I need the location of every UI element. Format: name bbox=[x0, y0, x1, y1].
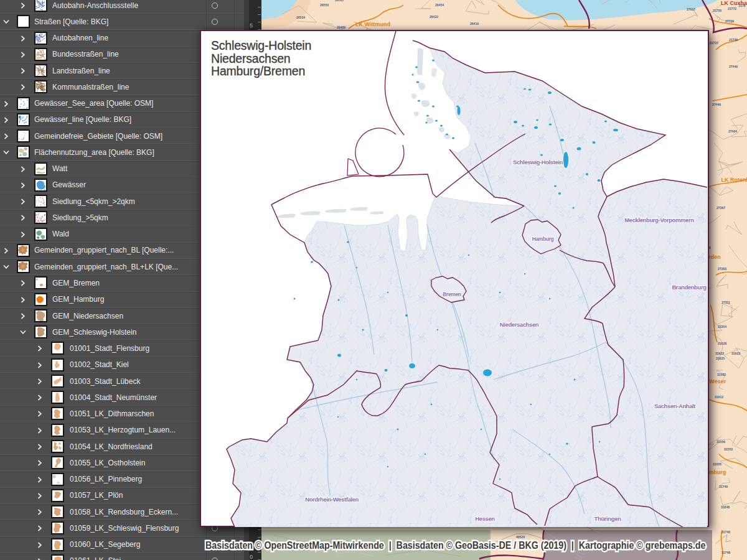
svg-text:31623: 31623 bbox=[731, 352, 740, 355]
svg-text:Nordrhein-Westfalen: Nordrhein-Westfalen bbox=[305, 496, 359, 503]
svg-text:Sachsen-Anhalt: Sachsen-Anhalt bbox=[654, 403, 696, 409]
svg-text:27311: 27311 bbox=[721, 301, 730, 304]
svg-text:26553: 26553 bbox=[320, 3, 329, 7]
svg-text:31748: 31748 bbox=[721, 551, 730, 554]
svg-text:Bremen: Bremen bbox=[443, 291, 461, 297]
svg-text:rden: rden bbox=[708, 254, 721, 260]
svg-text:31582: 31582 bbox=[717, 373, 726, 376]
svg-text:27404: 27404 bbox=[728, 129, 737, 133]
svg-text:26419: 26419 bbox=[470, 22, 479, 26]
svg-text:27446: 27446 bbox=[712, 103, 721, 106]
svg-text:Hamburg: Hamburg bbox=[532, 236, 554, 242]
svg-text:Thüringen: Thüringen bbox=[594, 515, 621, 522]
svg-text:31556: 31556 bbox=[716, 440, 725, 444]
svg-text:27367: 27367 bbox=[716, 206, 725, 210]
svg-text:LK Wittmund: LK Wittmund bbox=[355, 21, 390, 27]
svg-text:21755: 21755 bbox=[713, 9, 721, 12]
svg-text:31612: 31612 bbox=[715, 395, 723, 399]
svg-text:21736: 21736 bbox=[729, 38, 738, 42]
svg-text:Hessen: Hessen bbox=[475, 515, 495, 522]
svg-text:31628: 31628 bbox=[718, 342, 726, 345]
svg-text:26454: 26454 bbox=[435, 3, 444, 7]
svg-text:Mecklenburg-Vorpommern: Mecklenburg-Vorpommern bbox=[624, 217, 694, 223]
svg-text:31622: 31622 bbox=[715, 352, 724, 355]
svg-text:Niedersachsen: Niedersachsen bbox=[500, 321, 539, 328]
svg-text:26489: 26489 bbox=[337, 26, 345, 29]
svg-text:34565: 34565 bbox=[335, 0, 344, 2]
svg-text:LK Rotenbu: LK Rotenbu bbox=[721, 177, 747, 183]
svg-text:26422: 26422 bbox=[430, 15, 438, 19]
svg-text:31749: 31749 bbox=[719, 485, 728, 488]
svg-text:31625: 31625 bbox=[716, 357, 725, 360]
svg-text:27607: 27607 bbox=[687, 7, 695, 11]
svg-text:26534: 26534 bbox=[296, 16, 305, 19]
svg-text:LK Cuxhave: LK Cuxhave bbox=[721, 0, 747, 6]
svg-text:31848: 31848 bbox=[721, 505, 730, 509]
svg-text:22354: 22354 bbox=[718, 325, 726, 329]
svg-text:31655: 31655 bbox=[713, 462, 721, 466]
svg-text:27709: 27709 bbox=[725, 19, 734, 23]
svg-text:31553: 31553 bbox=[724, 447, 733, 451]
svg-text:40524: 40524 bbox=[516, 535, 525, 539]
svg-text:27383: 27383 bbox=[718, 267, 726, 271]
svg-text:27440: 27440 bbox=[729, 65, 738, 68]
svg-text:21727: 21727 bbox=[710, 41, 718, 45]
svg-text:21772: 21772 bbox=[728, 7, 736, 11]
svg-text:31740: 31740 bbox=[721, 530, 730, 534]
svg-text:Schleswig-Holstein: Schleswig-Holstein bbox=[513, 159, 563, 166]
svg-text:Brandenburg: Brandenburg bbox=[672, 284, 707, 291]
